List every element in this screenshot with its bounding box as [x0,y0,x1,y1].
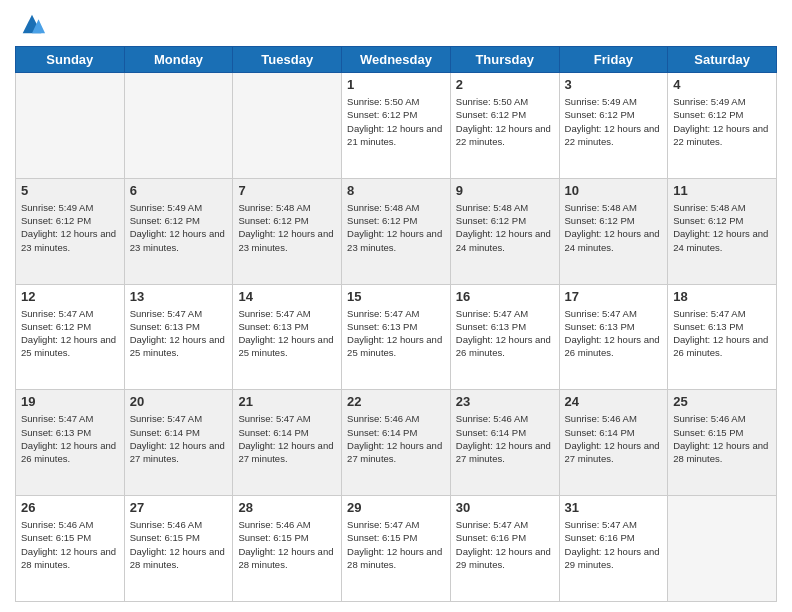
day-info: Sunrise: 5:47 AM Sunset: 6:13 PM Dayligh… [21,412,119,465]
calendar-table: SundayMondayTuesdayWednesdayThursdayFrid… [15,46,777,602]
calendar-day-cell: 14Sunrise: 5:47 AM Sunset: 6:13 PM Dayli… [233,284,342,390]
day-number: 9 [456,183,554,198]
day-info: Sunrise: 5:47 AM Sunset: 6:13 PM Dayligh… [238,307,336,360]
calendar-day-cell: 19Sunrise: 5:47 AM Sunset: 6:13 PM Dayli… [16,390,125,496]
calendar-day-cell: 12Sunrise: 5:47 AM Sunset: 6:12 PM Dayli… [16,284,125,390]
day-number: 10 [565,183,663,198]
day-info: Sunrise: 5:47 AM Sunset: 6:13 PM Dayligh… [565,307,663,360]
day-info: Sunrise: 5:48 AM Sunset: 6:12 PM Dayligh… [238,201,336,254]
calendar-day-cell: 15Sunrise: 5:47 AM Sunset: 6:13 PM Dayli… [342,284,451,390]
day-number: 3 [565,77,663,92]
day-info: Sunrise: 5:46 AM Sunset: 6:14 PM Dayligh… [565,412,663,465]
day-info: Sunrise: 5:47 AM Sunset: 6:13 PM Dayligh… [456,307,554,360]
calendar-day-cell: 16Sunrise: 5:47 AM Sunset: 6:13 PM Dayli… [450,284,559,390]
calendar-day-cell: 21Sunrise: 5:47 AM Sunset: 6:14 PM Dayli… [233,390,342,496]
day-info: Sunrise: 5:48 AM Sunset: 6:12 PM Dayligh… [456,201,554,254]
day-info: Sunrise: 5:47 AM Sunset: 6:16 PM Dayligh… [456,518,554,571]
day-number: 23 [456,394,554,409]
calendar-day-cell: 5Sunrise: 5:49 AM Sunset: 6:12 PM Daylig… [16,178,125,284]
day-info: Sunrise: 5:47 AM Sunset: 6:13 PM Dayligh… [130,307,228,360]
day-info: Sunrise: 5:48 AM Sunset: 6:12 PM Dayligh… [347,201,445,254]
day-number: 11 [673,183,771,198]
day-info: Sunrise: 5:49 AM Sunset: 6:12 PM Dayligh… [130,201,228,254]
calendar-day-cell [668,496,777,602]
day-info: Sunrise: 5:47 AM Sunset: 6:12 PM Dayligh… [21,307,119,360]
day-info: Sunrise: 5:47 AM Sunset: 6:14 PM Dayligh… [238,412,336,465]
calendar-day-cell: 29Sunrise: 5:47 AM Sunset: 6:15 PM Dayli… [342,496,451,602]
calendar-week-row: 26Sunrise: 5:46 AM Sunset: 6:15 PM Dayli… [16,496,777,602]
calendar-day-cell [16,73,125,179]
calendar-day-header: Sunday [16,47,125,73]
day-info: Sunrise: 5:48 AM Sunset: 6:12 PM Dayligh… [565,201,663,254]
day-number: 26 [21,500,119,515]
day-info: Sunrise: 5:49 AM Sunset: 6:12 PM Dayligh… [673,95,771,148]
day-info: Sunrise: 5:47 AM Sunset: 6:13 PM Dayligh… [347,307,445,360]
day-number: 1 [347,77,445,92]
calendar-day-header: Wednesday [342,47,451,73]
calendar-day-cell: 7Sunrise: 5:48 AM Sunset: 6:12 PM Daylig… [233,178,342,284]
day-number: 28 [238,500,336,515]
calendar-day-header: Monday [124,47,233,73]
day-number: 14 [238,289,336,304]
day-info: Sunrise: 5:49 AM Sunset: 6:12 PM Dayligh… [21,201,119,254]
calendar-day-cell: 20Sunrise: 5:47 AM Sunset: 6:14 PM Dayli… [124,390,233,496]
day-number: 27 [130,500,228,515]
calendar-day-cell [124,73,233,179]
calendar-day-cell: 27Sunrise: 5:46 AM Sunset: 6:15 PM Dayli… [124,496,233,602]
day-number: 12 [21,289,119,304]
calendar-week-row: 12Sunrise: 5:47 AM Sunset: 6:12 PM Dayli… [16,284,777,390]
calendar-day-cell: 9Sunrise: 5:48 AM Sunset: 6:12 PM Daylig… [450,178,559,284]
calendar-day-cell: 22Sunrise: 5:46 AM Sunset: 6:14 PM Dayli… [342,390,451,496]
calendar-week-row: 5Sunrise: 5:49 AM Sunset: 6:12 PM Daylig… [16,178,777,284]
day-info: Sunrise: 5:48 AM Sunset: 6:12 PM Dayligh… [673,201,771,254]
day-info: Sunrise: 5:46 AM Sunset: 6:15 PM Dayligh… [130,518,228,571]
calendar-day-cell: 28Sunrise: 5:46 AM Sunset: 6:15 PM Dayli… [233,496,342,602]
calendar-day-cell: 1Sunrise: 5:50 AM Sunset: 6:12 PM Daylig… [342,73,451,179]
day-number: 7 [238,183,336,198]
day-number: 24 [565,394,663,409]
day-info: Sunrise: 5:46 AM Sunset: 6:15 PM Dayligh… [21,518,119,571]
day-info: Sunrise: 5:46 AM Sunset: 6:14 PM Dayligh… [456,412,554,465]
day-number: 15 [347,289,445,304]
header [15,10,777,38]
calendar-day-cell: 24Sunrise: 5:46 AM Sunset: 6:14 PM Dayli… [559,390,668,496]
day-number: 5 [21,183,119,198]
day-info: Sunrise: 5:50 AM Sunset: 6:12 PM Dayligh… [456,95,554,148]
day-info: Sunrise: 5:46 AM Sunset: 6:14 PM Dayligh… [347,412,445,465]
logo-icon [18,10,46,38]
day-number: 30 [456,500,554,515]
day-number: 22 [347,394,445,409]
calendar-day-cell: 8Sunrise: 5:48 AM Sunset: 6:12 PM Daylig… [342,178,451,284]
calendar-day-cell: 4Sunrise: 5:49 AM Sunset: 6:12 PM Daylig… [668,73,777,179]
logo [15,10,46,38]
day-number: 2 [456,77,554,92]
day-info: Sunrise: 5:49 AM Sunset: 6:12 PM Dayligh… [565,95,663,148]
day-number: 29 [347,500,445,515]
calendar-day-cell: 3Sunrise: 5:49 AM Sunset: 6:12 PM Daylig… [559,73,668,179]
day-number: 21 [238,394,336,409]
calendar-day-header: Thursday [450,47,559,73]
day-info: Sunrise: 5:46 AM Sunset: 6:15 PM Dayligh… [238,518,336,571]
day-info: Sunrise: 5:46 AM Sunset: 6:15 PM Dayligh… [673,412,771,465]
calendar-day-cell: 25Sunrise: 5:46 AM Sunset: 6:15 PM Dayli… [668,390,777,496]
day-info: Sunrise: 5:47 AM Sunset: 6:14 PM Dayligh… [130,412,228,465]
day-number: 6 [130,183,228,198]
day-info: Sunrise: 5:47 AM Sunset: 6:16 PM Dayligh… [565,518,663,571]
day-number: 8 [347,183,445,198]
page: SundayMondayTuesdayWednesdayThursdayFrid… [0,0,792,612]
day-number: 20 [130,394,228,409]
day-info: Sunrise: 5:47 AM Sunset: 6:15 PM Dayligh… [347,518,445,571]
calendar-day-cell: 2Sunrise: 5:50 AM Sunset: 6:12 PM Daylig… [450,73,559,179]
calendar-day-cell: 17Sunrise: 5:47 AM Sunset: 6:13 PM Dayli… [559,284,668,390]
calendar-day-cell: 10Sunrise: 5:48 AM Sunset: 6:12 PM Dayli… [559,178,668,284]
day-number: 18 [673,289,771,304]
calendar-day-cell: 30Sunrise: 5:47 AM Sunset: 6:16 PM Dayli… [450,496,559,602]
calendar-day-cell: 11Sunrise: 5:48 AM Sunset: 6:12 PM Dayli… [668,178,777,284]
calendar-day-cell: 23Sunrise: 5:46 AM Sunset: 6:14 PM Dayli… [450,390,559,496]
day-number: 13 [130,289,228,304]
calendar-day-cell: 31Sunrise: 5:47 AM Sunset: 6:16 PM Dayli… [559,496,668,602]
calendar-header-row: SundayMondayTuesdayWednesdayThursdayFrid… [16,47,777,73]
day-number: 17 [565,289,663,304]
calendar-day-cell: 26Sunrise: 5:46 AM Sunset: 6:15 PM Dayli… [16,496,125,602]
calendar-day-cell: 6Sunrise: 5:49 AM Sunset: 6:12 PM Daylig… [124,178,233,284]
